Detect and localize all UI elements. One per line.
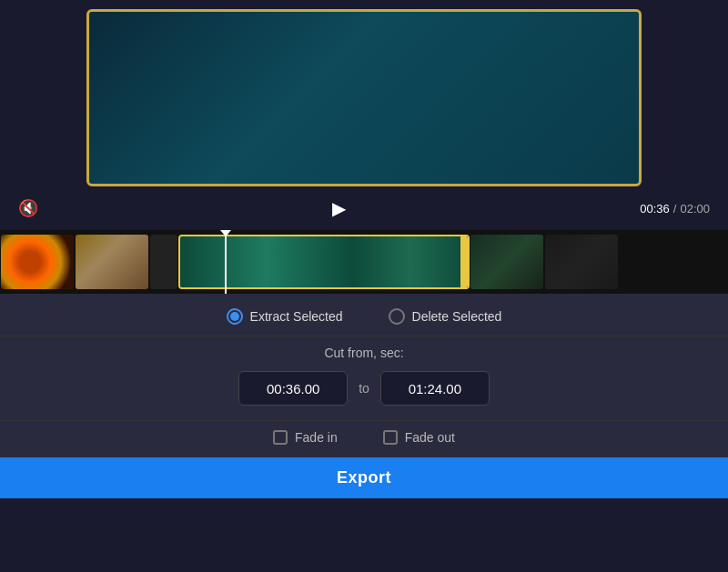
export-button[interactable]: Export [0,457,728,498]
timeline-thumb-5 [470,235,543,289]
options-section: Extract Selected Delete Selected [0,294,728,336]
delete-option[interactable]: Delete Selected [389,308,502,325]
fade-out-checkbox[interactable] [383,430,398,445]
mute-button[interactable]: 🔇 [18,198,38,218]
delete-radio[interactable] [389,308,405,325]
total-time: 02:00 [680,202,710,216]
timeline-selection[interactable] [178,235,470,289]
cut-inputs: 00:36.00 to 01:24.00 [238,371,490,406]
fade-in-label: Fade in [295,430,338,445]
timeline-thumb-6 [545,235,618,289]
video-container [0,0,728,186]
to-separator: to [359,381,369,396]
video-frame [86,9,642,186]
fade-out-label: Fade out [405,430,455,445]
fade-section: Fade in Fade out [0,420,728,457]
fade-in-option[interactable]: Fade in [273,430,338,445]
timeline-thumb-1 [1,235,74,289]
mute-control: 🔇 [18,198,38,218]
fade-out-option[interactable]: Fade out [383,430,455,445]
playhead [225,230,227,294]
extract-radio[interactable] [227,308,243,325]
delete-label: Delete Selected [412,309,502,324]
cut-to-input[interactable]: 01:24.00 [380,371,490,406]
playback-control: ▶ [323,192,356,225]
timeline-thumb-2 [76,235,148,289]
selection-handle-right[interactable] [460,236,468,287]
time-separator: / [673,202,677,216]
extract-option[interactable]: Extract Selected [227,308,343,325]
timeline-spacer [150,235,177,289]
extract-label: Extract Selected [250,309,343,324]
fade-in-checkbox[interactable] [273,430,288,445]
current-time: 00:36 [640,202,670,216]
timeline[interactable] [0,230,728,294]
selection-content [180,236,468,287]
play-button[interactable]: ▶ [323,192,356,225]
cut-section: Cut from, sec: 00:36.00 to 01:24.00 [0,336,728,420]
controls-bar: 🔇 ▶ 00:36 / 02:00 [0,186,728,230]
cut-from-input[interactable]: 00:36.00 [238,371,348,406]
timeline-inner [0,233,728,292]
cut-label: Cut from, sec: [324,346,403,360]
time-display: 00:36 / 02:00 [640,202,710,216]
